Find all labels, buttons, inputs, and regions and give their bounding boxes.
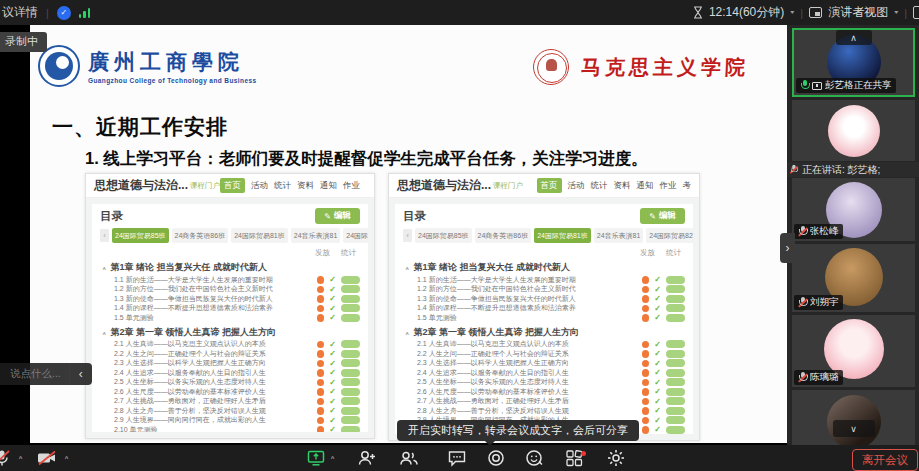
course-nav-tab: 通知: [320, 180, 337, 192]
check-icon: ✓: [654, 304, 661, 313]
class-tab: 24国际贸易81班: [534, 228, 591, 243]
check-icon: ✓: [329, 349, 336, 358]
camera-toggle-button[interactable]: [36, 448, 58, 468]
course-title: 思想道德与法治...: [397, 177, 491, 194]
row-status-icons: ✓: [642, 294, 685, 303]
check-icon: ✓: [654, 416, 661, 425]
leave-meeting-button[interactable]: 离开会议: [852, 449, 918, 471]
check-icon: ✓: [654, 378, 661, 387]
toc-item-text: 2.9 人生境界——同向同行同在，成就出彩的人生: [114, 415, 266, 425]
toc-item-text: 1.1 新的生活——大学是大学生人生发展的重要时期: [114, 275, 273, 285]
mic-options-caret[interactable]: ∧: [18, 455, 23, 461]
participant-tile-sharer[interactable]: ∧ 彭艺格正在共享: [792, 28, 915, 97]
quick-chat-bar[interactable]: 说点什么... ‹: [0, 363, 92, 385]
participant-tile[interactable]: 张松峰: [792, 178, 915, 241]
toc-row: 2.7 人生挑战——勇敢面对，正确处理好人生矛盾✓: [100, 397, 360, 407]
toc-row: 1.1 新的生活——大学是大学生人生发展的重要时期✓: [100, 275, 360, 285]
network-signal-icon[interactable]: [79, 7, 91, 18]
invite-button[interactable]: [356, 448, 377, 468]
row-status-icons: ✓: [317, 397, 360, 406]
slide-subtitle: 1. 线上学习平台：老师们要及时提醒督促学生完成平台任务，关注学习进度。: [85, 148, 648, 170]
toc-row: 1.1 新的生活——大学是大学生人生发展的重要时期✓: [403, 275, 685, 285]
toc-row: 2.5 人生坐标——以务实乐观的人生态度对待人生✓: [403, 378, 685, 388]
issued-badge-icon: [317, 305, 325, 313]
progress-pill: [666, 276, 685, 284]
toc-row: 2.3 人生选择——以科学人生观把握人生正确方向✓: [403, 359, 685, 369]
toc-row: 2.1 人生真谛——以马克思主义观点认识人的本质✓: [100, 340, 360, 350]
chat-collapse-icon[interactable]: ‹: [69, 363, 92, 385]
reactions-button[interactable]: [524, 448, 545, 468]
participant-label: 刘朔宇: [810, 296, 839, 309]
record-button[interactable]: [486, 448, 506, 468]
meeting-info-link[interactable]: 议详情: [2, 4, 38, 21]
settings-button[interactable]: [606, 448, 626, 468]
toc-item-text: 2.1 人生真谛——以马克思主义观点认识人的本质: [417, 339, 569, 349]
progress-pill: [666, 388, 685, 396]
mic-muted-icon: [798, 372, 807, 383]
toc-item-text: 2.4 人生追求——以服务奉献的人生目的指引人生: [417, 368, 569, 378]
progress-pill: [341, 388, 360, 396]
security-shield-icon[interactable]: ✓: [57, 6, 71, 20]
tile-collapse-button[interactable]: ∧: [836, 30, 872, 45]
course-nav-tab: 统计: [274, 180, 291, 192]
column-headers: 发放统计: [100, 248, 360, 258]
course-nav-tab: 资料: [614, 180, 631, 192]
camera-options-caret[interactable]: ∧: [64, 455, 69, 461]
course-nav-tab: 首页: [537, 178, 562, 193]
issued-badge-icon: [317, 398, 325, 406]
toc-item-text: 1.2 新的方位——我们处在中国特色社会主义新时代: [114, 284, 273, 294]
row-status-icons: ✓: [317, 340, 360, 349]
row-status-icons: ✓: [317, 275, 360, 284]
progress-pill: [666, 369, 685, 377]
participant-tile[interactable]: ∨: [792, 390, 915, 445]
toc-item-text: 1.4 新的课程——不断提升思想道德素质和法治素养: [114, 303, 273, 313]
toc-title: 目录: [403, 209, 426, 224]
course-nav: 首页活动统计资料通知作业考: [220, 178, 366, 193]
view-mode-selector[interactable]: 演讲者视图: [828, 4, 888, 21]
check-icon: ✓: [654, 313, 661, 322]
apps-button[interactable]: [564, 448, 584, 468]
toc-item-text: 1.5 单元测验: [417, 313, 457, 323]
toc-title: 目录: [100, 209, 123, 224]
check-icon: ✓: [329, 387, 336, 396]
toc-item-text: 2.6 人生尺度——以劳动奉献的基本标准评价人生: [417, 387, 569, 397]
tile-expand-button[interactable]: ∨: [833, 420, 875, 437]
participants-button[interactable]: [398, 448, 420, 468]
share-options-caret[interactable]: ∧: [330, 455, 335, 461]
class-tab: 24音乐表演81: [594, 228, 644, 243]
chapter-list: ∧第1章 绪论 担当复兴大任 成就时代新人1.1 新的生活——大学是大学生人生发…: [403, 262, 685, 434]
layout-view-icon[interactable]: [809, 7, 822, 18]
view-dropdown-icon[interactable]: ▾: [894, 9, 898, 16]
participant-tile[interactable]: [792, 100, 915, 161]
participant-tile[interactable]: 陈璃璐: [792, 315, 915, 387]
row-status-icons: ✓: [642, 313, 685, 322]
mic-muted-icon: [798, 297, 807, 308]
toc-row: 2.5 人生坐标——以务实乐观的人生态度对待人生✓: [100, 378, 360, 388]
toc-row: 2.6 人生尺度——以劳动奉献的基本标准评价人生✓: [100, 387, 360, 397]
presentation-slide: 廣州工商學院 Guangzhou College of Technology a…: [30, 25, 787, 443]
participant-tile[interactable]: 刘朔宇: [792, 244, 915, 312]
row-status-icons: ✓: [642, 285, 685, 294]
progress-pill: [341, 295, 360, 303]
row-status-icons: ✓: [642, 406, 685, 415]
chat-button[interactable]: [447, 448, 467, 468]
progress-pill: [666, 407, 685, 415]
sidebar-collapse-handle[interactable]: ›: [780, 233, 795, 263]
check-icon: ✓: [654, 425, 661, 434]
edit-button: ✎编辑: [315, 208, 360, 224]
issued-badge-icon: [317, 350, 325, 358]
fullscreen-icon[interactable]: [913, 6, 919, 19]
school-name-cn: 廣州工商學院: [88, 48, 256, 76]
toc-item-text: 2.7 人生挑战——勇敢面对，正确处理好人生矛盾: [114, 396, 266, 406]
platform-screenshot-right: 思想道德与法治... 课程门户 首页活动统计资料通知作业考 目录 ✎编辑 ‹24…: [388, 173, 700, 441]
progress-pill: [341, 350, 360, 358]
share-screen-button[interactable]: [306, 448, 326, 468]
issued-badge-icon: [642, 360, 650, 368]
course-nav-tab: 活动: [568, 180, 585, 192]
chat-input-placeholder[interactable]: 说点什么...: [0, 367, 69, 381]
issued-badge-icon: [642, 369, 650, 377]
college-logo: 马克思主义学院: [533, 49, 749, 85]
toc-row: 1.3 新的使命——争做担当民族复兴大任的时代新人✓: [100, 294, 360, 304]
mic-toggle-button[interactable]: [0, 448, 12, 468]
duration-dropdown-icon[interactable]: ▾: [790, 9, 794, 16]
